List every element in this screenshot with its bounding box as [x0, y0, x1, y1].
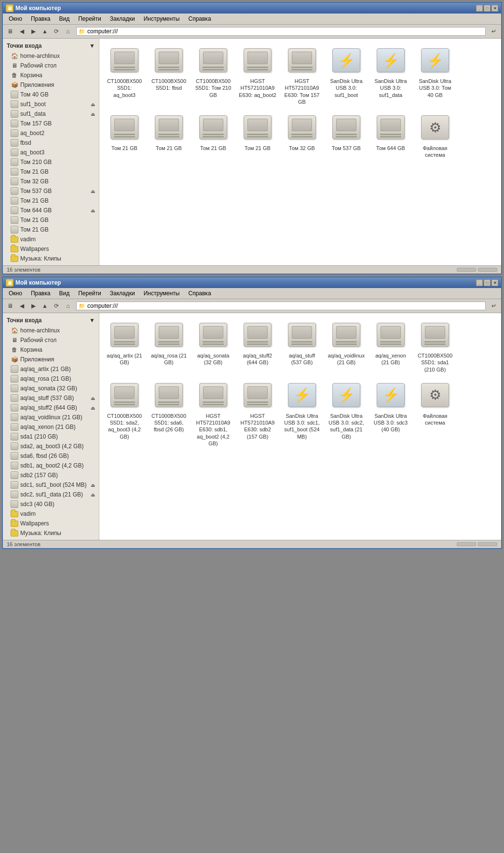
file2-item-10[interactable]: CT1000BX500 S5D1: sda6, fbsd (26 GB): [148, 377, 190, 449]
sidebar2-item-stuff[interactable]: aq/aq_stuff (537 GB) ⏏: [3, 393, 99, 403]
sidebar-item-trash[interactable]: 🗑 Корзина: [3, 70, 99, 80]
file2-item-8[interactable]: CT1000BX500 S5D1: sda1 (210 GB): [414, 317, 456, 375]
file-item-6[interactable]: ⚡ SanDisk Ultra USB 3.0: suf1_boot: [325, 42, 368, 108]
eject-icon-644gb[interactable]: ⏏: [91, 208, 95, 213]
eject2-sdc1[interactable]: ⏏: [91, 482, 95, 488]
file-item-7[interactable]: ⚡ SanDisk Ultra USB 3.0: suf1_data: [369, 42, 412, 108]
forward-button-2[interactable]: ▶: [28, 301, 39, 311]
sidebar-item-music[interactable]: Музыка: Клипы: [3, 254, 99, 263]
menu-spravka-2[interactable]: Справка: [184, 289, 215, 298]
file2-item-2[interactable]: aq/aq_rosa (21 GB): [148, 317, 190, 375]
file-item-15[interactable]: Том 644 GB: [369, 110, 412, 161]
back-button-1[interactable]: ◀: [16, 26, 27, 37]
file-item-5[interactable]: HGST HT5721010A9 E630: Том 157 GB: [281, 42, 323, 108]
sidebar-item-home[interactable]: 🏠 home-archlinux: [3, 51, 99, 61]
back-button-2[interactable]: ◀: [16, 301, 27, 311]
menu-zakladki-1[interactable]: Закладки: [106, 14, 139, 23]
file-item-14[interactable]: Том 537 GB: [325, 110, 368, 161]
menu-pereiti-1[interactable]: Перейти: [74, 14, 105, 23]
sidebar-item-21gb-2[interactable]: Том 21 GB: [3, 196, 99, 206]
sidebar2-item-vadim[interactable]: vadim: [3, 509, 99, 519]
sidebar2-item-sdb1[interactable]: sdb1, aq_boot2 (4,2 GB): [3, 461, 99, 470]
file2-item-3[interactable]: aq/aq_sonata (32 GB): [192, 317, 234, 375]
refresh-button-1[interactable]: ⟳: [51, 26, 62, 37]
menu-vid-1[interactable]: Вид: [55, 14, 73, 23]
maximize-button-1[interactable]: □: [484, 5, 490, 12]
eject-icon-suf1data[interactable]: ⏏: [91, 111, 95, 117]
sidebar2-item-artix[interactable]: aq/aq_artix (21 GB): [3, 364, 99, 374]
file-item-12[interactable]: Том 21 GB: [236, 110, 279, 161]
menu-instrumenty-2[interactable]: Инструменты: [140, 289, 184, 298]
maximize-button-2[interactable]: □: [484, 279, 490, 286]
file2-item-14[interactable]: ⚡ SanDisk Ultra USB 3.0: sdc2, suf1_data…: [325, 377, 368, 449]
eject-icon-suf1boot[interactable]: ⏏: [91, 102, 95, 107]
address-input-2[interactable]: [87, 303, 483, 309]
file-item-1[interactable]: CT1000BX500 S5D1: aq_boot3: [103, 42, 146, 108]
file2-item-7[interactable]: aq/aq_xenon (21 GB): [369, 317, 412, 375]
up-button-2[interactable]: ▲: [40, 301, 50, 311]
file2-item-9[interactable]: CT1000BX500 S5D1: sda2, aq_boot3 (4,2 GB…: [103, 377, 146, 449]
file2-item-12[interactable]: HGST HT5721010A9 E630: sdb2 (157 GB): [236, 377, 279, 449]
file2-item-1[interactable]: aq/aq_artix (21 GB): [103, 317, 146, 375]
sidebar-item-aqboot2[interactable]: aq_boot2: [3, 128, 99, 138]
file2-item-15[interactable]: ⚡ SanDisk Ultra USB 3.0: sdc3 (40 GB): [369, 377, 412, 449]
file2-item-11[interactable]: HGST HT5721010A9 E630: sdb1, aq_boot2 (4…: [192, 377, 234, 449]
home-button-2[interactable]: ⌂: [63, 301, 73, 311]
sidebar-item-fbsd[interactable]: fbsd: [3, 138, 99, 148]
sidebar2-item-sda1[interactable]: sda1 (210 GB): [3, 432, 99, 441]
file2-item-4[interactable]: aq/aq_stuff2 (644 GB): [236, 317, 279, 375]
sidebar-item-21gb-3[interactable]: Том 21 GB: [3, 215, 99, 225]
file-item-16[interactable]: ⚙ Файловая система: [414, 110, 456, 161]
eject2-stuff[interactable]: ⏏: [91, 396, 95, 401]
sidebar-item-aqboot3[interactable]: aq_boot3: [3, 148, 99, 157]
file-item-10[interactable]: Том 21 GB: [148, 110, 190, 161]
eject2-stuff2[interactable]: ⏏: [91, 405, 95, 411]
sidebar2-item-music[interactable]: Музыка: Клипы: [3, 528, 99, 538]
sidebar2-item-stuff2[interactable]: aq/aq_stuff2 (644 GB) ⏏: [3, 403, 99, 413]
sidebar2-item-sdb2[interactable]: sdb2 (157 GB): [3, 470, 99, 480]
sidebar-item-apps[interactable]: 📦 Приложения: [3, 80, 99, 90]
sidebar2-item-sdc3[interactable]: sdc3 (40 GB): [3, 499, 99, 509]
forward-button-1[interactable]: ▶: [28, 26, 39, 37]
toolbar-icon-btn-2[interactable]: 🖥: [5, 301, 15, 311]
refresh-button-2[interactable]: ⟳: [51, 301, 62, 311]
file2-item-6[interactable]: aq/aq_voidlinux (21 GB): [325, 317, 368, 375]
file-item-13[interactable]: Том 32 GB: [281, 110, 323, 161]
sidebar2-item-voidlinux[interactable]: aq/aq_voidlinux (21 GB): [3, 413, 99, 422]
go-button-2[interactable]: ↵: [489, 301, 499, 311]
sidebar-item-suf1data[interactable]: suf1_data ⏏: [3, 109, 99, 119]
sidebar2-item-sdc2[interactable]: sdc2, suf1_data (21 GB) ⏏: [3, 490, 99, 499]
file2-item-5[interactable]: aq/aq_stuff (537 GB): [281, 317, 323, 375]
sidebar2-item-home[interactable]: 🏠 home-archlinux: [3, 326, 99, 335]
file-item-3[interactable]: CT1000BX500 S5D1: Том 210 GB: [192, 42, 234, 108]
sidebar2-item-sda6[interactable]: sda6, fbsd (26 GB): [3, 451, 99, 461]
sidebar2-item-sonata[interactable]: aq/aq_sonata (32 GB): [3, 384, 99, 393]
menu-spravka-1[interactable]: Справка: [184, 14, 215, 23]
menu-pravka-2[interactable]: Правка: [27, 289, 54, 298]
eject-icon-537gb[interactable]: ⏏: [91, 189, 95, 194]
sidebar-item-desktop[interactable]: 🖥 Рабочий стол: [3, 61, 99, 70]
file-item-4[interactable]: HGST HT5721010A9 E630: aq_boot2: [236, 42, 279, 108]
menu-zakladki-2[interactable]: Закладки: [106, 289, 139, 298]
minimize-button-2[interactable]: _: [476, 279, 483, 286]
sidebar2-item-wallpapers[interactable]: Wallpapers: [3, 519, 99, 528]
go-button-1[interactable]: ↵: [489, 26, 499, 37]
sidebar2-item-rosa[interactable]: aq/aq_rosa (21 GB): [3, 374, 99, 384]
close-button-1[interactable]: ✕: [491, 5, 498, 12]
menu-pereiti-2[interactable]: Перейти: [74, 289, 105, 298]
address-input-1[interactable]: [87, 28, 483, 35]
sidebar-item-21gb-1[interactable]: Том 21 GB: [3, 167, 99, 177]
close-button-2[interactable]: ✕: [491, 279, 498, 286]
file2-item-13[interactable]: ⚡ SanDisk Ultra USB 3.0: sdc1, suf1_boot…: [281, 377, 323, 449]
sidebar-item-32gb[interactable]: Том 32 GB: [3, 177, 99, 186]
file-item-2[interactable]: CT1000BX500 S5D1: fbsd: [148, 42, 190, 108]
sidebar2-item-xenon[interactable]: aq/aq_xenon (21 GB): [3, 422, 99, 432]
sidebar-collapse-icon-2[interactable]: ▼: [89, 317, 95, 324]
sidebar-item-537gb[interactable]: Том 537 GB ⏏: [3, 186, 99, 196]
file2-item-16[interactable]: ⚙ Файловая система: [414, 377, 456, 449]
minimize-button-1[interactable]: _: [476, 5, 483, 12]
file-item-11[interactable]: Том 21 GB: [192, 110, 234, 161]
up-button-1[interactable]: ▲: [40, 26, 50, 37]
sidebar2-item-sdc1[interactable]: sdc1, suf1_boot (524 MB) ⏏: [3, 480, 99, 490]
sidebar2-item-sda2[interactable]: sda2, aq_boot3 (4,2 GB): [3, 441, 99, 451]
